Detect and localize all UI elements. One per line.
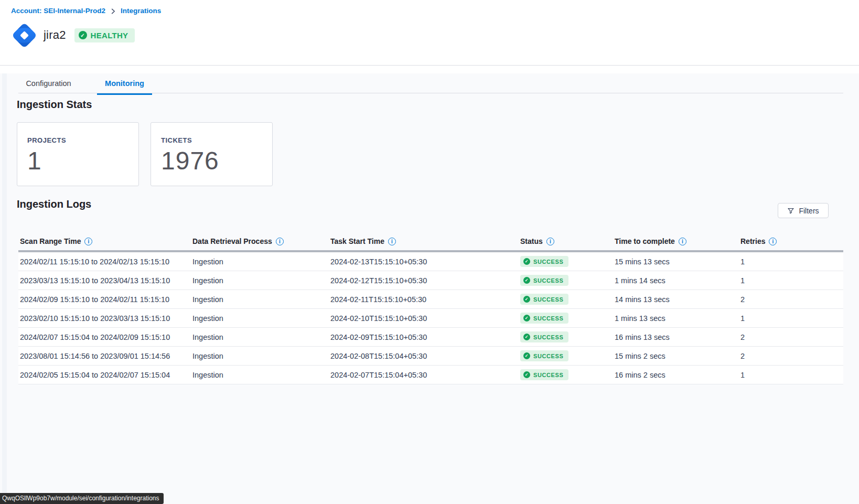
- cell-process: Ingestion: [191, 314, 329, 323]
- status-label: SUCCESS: [533, 353, 563, 359]
- link-preview-tooltip: QwqOSllWp9ob7w/module/sei/configuration/…: [0, 493, 164, 504]
- cell-task-start: 2024-02-10T15:15:10+05:30: [329, 314, 519, 323]
- check-circle-icon: ✓: [523, 315, 530, 321]
- cell-time-to-complete: 14 mins 13 secs: [613, 295, 739, 304]
- cell-time-to-complete: 16 mins 2 secs: [613, 371, 739, 379]
- health-status-label: HEALTHY: [91, 31, 128, 40]
- cell-scan-range: 2024/02/09 15:15:10 to 2024/02/11 15:15:…: [18, 295, 191, 304]
- cell-process: Ingestion: [191, 352, 329, 360]
- cell-scan-range: 2023/08/01 15:14:56 to 2023/09/01 15:14:…: [18, 352, 191, 360]
- cell-task-start: 2024-02-11T15:15:10+05:30: [329, 295, 519, 304]
- info-icon[interactable]: i: [546, 238, 554, 245]
- cell-scan-range: 2024/02/07 15:15:04 to 2024/02/09 15:15:…: [18, 333, 191, 341]
- cell-scan-range: 2023/03/13 15:15:10 to 2023/04/13 15:15:…: [18, 276, 191, 285]
- table-row: 2023/08/01 15:14:56 to 2023/09/01 15:14:…: [18, 347, 843, 366]
- column-header-time-to-complete: Time to complete i: [613, 237, 739, 245]
- cell-status: ✓ SUCCESS: [519, 350, 613, 362]
- cell-process: Ingestion: [191, 295, 329, 304]
- status-label: SUCCESS: [533, 277, 563, 284]
- column-header-status: Status i: [519, 237, 613, 245]
- page-title: jira2: [44, 28, 66, 42]
- cell-retries: 2: [739, 352, 843, 360]
- info-icon[interactable]: i: [276, 238, 284, 245]
- jira-logo-icon: [10, 22, 38, 49]
- integration-title-row: jira2 ✓ HEALTHY: [10, 21, 135, 49]
- cell-task-start: 2024-02-09T15:15:10+05:30: [329, 333, 519, 341]
- column-header-scan-range: Scan Range Time i: [18, 237, 191, 245]
- check-circle-icon: ✓: [523, 277, 530, 284]
- column-header-retries: Retries i: [739, 237, 843, 245]
- table-header-row: Scan Range Time i Data Retrieval Process…: [18, 232, 843, 252]
- check-circle-icon: ✓: [523, 296, 530, 303]
- cell-scan-range: 2024/02/11 15:15:10 to 2024/02/13 15:15:…: [18, 258, 191, 266]
- info-icon[interactable]: i: [84, 238, 92, 245]
- cell-time-to-complete: 16 mins 13 secs: [613, 333, 739, 341]
- check-circle-icon: ✓: [523, 334, 530, 340]
- cell-process: Ingestion: [191, 276, 329, 285]
- breadcrumb-account-link[interactable]: Account: SEI-Internal-Prod2: [11, 7, 105, 15]
- tab-monitoring[interactable]: Monitoring: [97, 77, 152, 95]
- ingestion-stats-title: Ingestion Stats: [17, 99, 92, 111]
- cell-task-start: 2024-02-07T15:15:04+05:30: [329, 371, 519, 379]
- check-circle-icon: ✓: [523, 258, 530, 265]
- info-icon[interactable]: i: [769, 238, 777, 245]
- status-badge: ✓ SUCCESS: [520, 256, 568, 267]
- tab-bar: Configuration Monitoring: [21, 77, 152, 95]
- left-gutter: [2, 73, 7, 504]
- chevron-right-icon: [110, 8, 116, 14]
- check-circle-icon: ✓: [79, 31, 87, 39]
- info-icon[interactable]: i: [388, 238, 396, 245]
- cell-retries: 1: [739, 314, 843, 323]
- table-row: 2024/02/09 15:15:10 to 2024/02/11 15:15:…: [18, 290, 843, 309]
- tab-configuration[interactable]: Configuration: [21, 77, 76, 95]
- cell-process: Ingestion: [191, 333, 329, 341]
- status-badge: ✓ SUCCESS: [520, 350, 568, 361]
- filters-button-label: Filters: [799, 207, 819, 215]
- cell-status: ✓ SUCCESS: [519, 313, 613, 324]
- table-row: 2024/02/07 15:15:04 to 2024/02/09 15:15:…: [18, 328, 843, 347]
- stat-value: 1976: [161, 148, 272, 174]
- breadcrumb-integrations-link[interactable]: Integrations: [121, 7, 161, 15]
- status-badge: ✓ SUCCESS: [520, 369, 568, 380]
- status-badge: ✓ SUCCESS: [520, 313, 568, 324]
- info-icon[interactable]: i: [679, 238, 686, 245]
- ingestion-logs-table: Scan Range Time i Data Retrieval Process…: [18, 232, 843, 384]
- cell-status: ✓ SUCCESS: [519, 369, 613, 381]
- cell-task-start: 2024-02-12T15:15:10+05:30: [329, 276, 519, 285]
- filter-funnel-icon: [787, 207, 794, 215]
- cell-time-to-complete: 15 mins 2 secs: [613, 352, 739, 360]
- status-badge: ✓ SUCCESS: [520, 331, 568, 342]
- cell-retries: 2: [739, 295, 843, 304]
- cell-time-to-complete: 1 mins 14 secs: [613, 276, 739, 285]
- cell-retries: 1: [739, 258, 843, 266]
- status-label: SUCCESS: [533, 334, 563, 340]
- check-circle-icon: ✓: [523, 352, 530, 359]
- stat-card-projects: PROJECTS 1: [17, 122, 139, 186]
- check-circle-icon: ✓: [523, 371, 530, 378]
- cell-retries: 1: [739, 276, 843, 285]
- table-row: 2024/02/05 15:15:04 to 2024/02/07 15:15:…: [18, 366, 843, 384]
- header-divider: [0, 65, 859, 66]
- status-label: SUCCESS: [533, 259, 563, 265]
- status-label: SUCCESS: [533, 315, 563, 321]
- cell-status: ✓ SUCCESS: [519, 256, 613, 267]
- status-badge: ✓ SUCCESS: [520, 275, 568, 286]
- cell-status: ✓ SUCCESS: [519, 331, 613, 343]
- cell-process: Ingestion: [191, 258, 329, 266]
- status-label: SUCCESS: [533, 372, 563, 378]
- page-header: Account: SEI-Internal-Prod2 Integrations: [0, 0, 859, 73]
- ingestion-logs-title: Ingestion Logs: [17, 198, 91, 210]
- stat-card-tickets: TICKETS 1976: [151, 122, 273, 186]
- filters-button[interactable]: Filters: [778, 203, 829, 218]
- cell-status: ✓ SUCCESS: [519, 294, 613, 305]
- cell-status: ✓ SUCCESS: [519, 275, 613, 286]
- status-label: SUCCESS: [533, 296, 563, 303]
- breadcrumb: Account: SEI-Internal-Prod2 Integrations: [11, 7, 161, 15]
- cell-time-to-complete: 15 mins 13 secs: [613, 258, 739, 266]
- column-header-process: Data Retrieval Process i: [191, 237, 329, 245]
- monitoring-content: Configuration Monitoring Ingestion Stats…: [0, 73, 859, 504]
- cell-task-start: 2024-02-08T15:15:04+05:30: [329, 352, 519, 360]
- table-row: 2023/03/13 15:15:10 to 2023/04/13 15:15:…: [18, 271, 843, 290]
- table-row: 2023/02/10 15:15:10 to 2023/03/13 15:15:…: [18, 309, 843, 328]
- cell-scan-range: 2024/02/05 15:15:04 to 2024/02/07 15:15:…: [18, 371, 191, 379]
